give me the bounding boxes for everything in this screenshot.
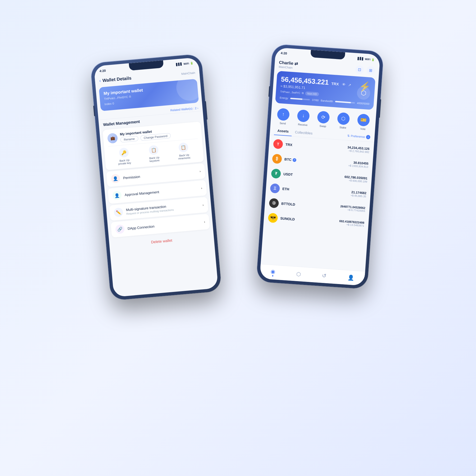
- preference-badge: +: [366, 135, 370, 139]
- energy-value: 37/60: [312, 98, 319, 102]
- rename-button[interactable]: Rename: [120, 136, 138, 143]
- copy-address-icon[interactable]: ⧉: [302, 91, 304, 95]
- energy-bar: [290, 98, 310, 100]
- qr-button[interactable]: ⊞: [366, 66, 375, 75]
- tab-assets[interactable]: Assets: [274, 126, 292, 136]
- send-button[interactable]: ↑ Send: [277, 108, 290, 125]
- bandwidth-bar: [335, 101, 355, 103]
- backup-mnemonic[interactable]: 📋 Back Up mnemonic: [175, 142, 192, 160]
- non-hd-badge: Non-HD: [305, 91, 319, 96]
- receive-button[interactable]: ↓ Receive: [297, 109, 310, 126]
- balance-card: 56,456,453.221 TRX 👁 ↗ ≈ $3,951,951.71 T…: [275, 71, 376, 110]
- stake-button[interactable]: ⬡ Stake: [337, 112, 350, 129]
- energy-label: Energy: [280, 96, 288, 99]
- status-time-left: 4:20: [99, 69, 106, 73]
- tab-collectibles[interactable]: Collectibles: [291, 128, 316, 138]
- asset-list: T TRX 34,234,453.126 ≈$ 2,760,842.982 ₿ …: [263, 135, 374, 233]
- swap-chain-icon[interactable]: ⇄: [294, 61, 298, 66]
- nav-profile[interactable]: 👤: [347, 274, 354, 281]
- nav-market[interactable]: ⬡: [296, 271, 301, 277]
- btc-verified-icon: ✓: [292, 158, 296, 162]
- nav-assets[interactable]: ◉: [271, 268, 276, 277]
- nav-history-icon: ↺: [322, 273, 327, 279]
- header-chain: MainChain: [181, 71, 195, 75]
- copy-icon[interactable]: ⧉: [129, 95, 131, 98]
- nav-market-icon: ⬡: [296, 271, 301, 277]
- right-phone: 4:20 ▋▋▋ WiFi 🔋 Charlie ⇄ MainChain: [256, 44, 384, 289]
- vote-button[interactable]: 🎫 Vote: [357, 113, 370, 131]
- scan-button[interactable]: ⊡: [355, 65, 364, 74]
- mgmt-card: 💼 My important wallet Rename Change Pass…: [103, 122, 204, 170]
- nav-profile-icon: 👤: [347, 274, 354, 281]
- backup-keystore[interactable]: 📋 Back Up keystore: [145, 145, 163, 163]
- user-name: Charlie: [279, 60, 293, 66]
- nav-assets-icon: ◉: [271, 268, 276, 275]
- back-button[interactable]: ‹: [99, 78, 101, 84]
- swap-button[interactable]: ⟳ Swap: [317, 111, 330, 128]
- bandwidth-label: Bandwidth: [321, 99, 333, 103]
- nav-history[interactable]: ↺: [322, 273, 327, 279]
- mgmt-avatar: 💼: [107, 133, 118, 144]
- left-phone: 4:20 ▋▋▋ WiFi 🔋 ‹ Wallet Details MainCha…: [90, 54, 222, 300]
- preference-button[interactable]: ⇅ Preference +: [347, 134, 370, 139]
- status-time-right: 4:20: [281, 51, 287, 56]
- backup-private-key[interactable]: 🔑 Back Up private key: [116, 147, 133, 166]
- expand-icon[interactable]: ↗: [348, 83, 351, 87]
- bandwidth-value: 4000/5000: [357, 102, 369, 105]
- hide-balance-icon[interactable]: 👁: [342, 82, 346, 87]
